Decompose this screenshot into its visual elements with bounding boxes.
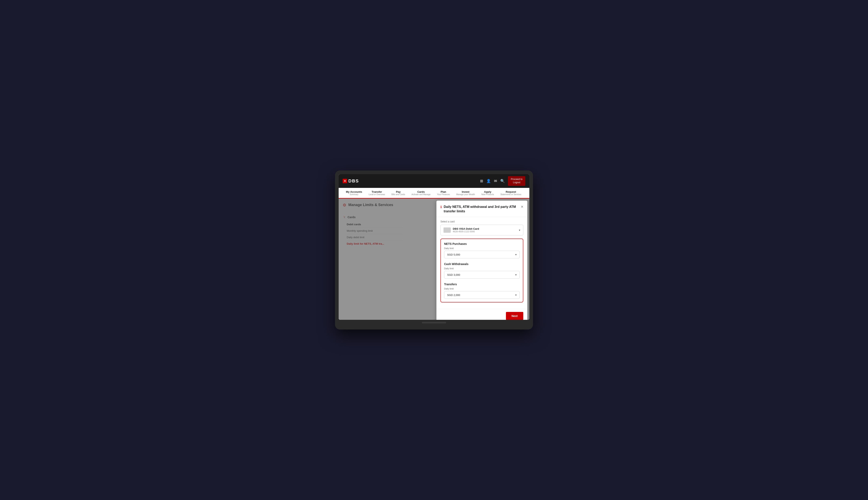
nav-plan-sub: Your Finances xyxy=(437,193,450,195)
next-button[interactable]: Next xyxy=(506,312,523,320)
nets-purchases-title: NETS Purchases xyxy=(444,242,520,246)
nav-cards-title: Cards xyxy=(412,190,431,193)
nav-my-accounts-sub: Summary xyxy=(346,193,362,195)
nets-limit-dropdown[interactable]: SGD 5,000 ▾ xyxy=(444,251,520,258)
transfers-limit-dropdown[interactable]: SGD 2,000 ▾ xyxy=(444,291,520,299)
limits-modal: ℹ Daily NETS, ATM withdrawal and 3rd par… xyxy=(436,201,527,320)
transfers-limit-value: SGD 2,000 xyxy=(447,294,460,297)
app-header: ✕ DBS ⊞ 👤 ✉ 🔍 Proceed to Logout xyxy=(339,174,529,188)
nav-invest-title: Invest xyxy=(456,190,475,193)
main-content: ⚙ Manage Limits & Services 🃏 Cards Debit… xyxy=(339,198,529,320)
cash-dropdown-chevron: ▾ xyxy=(515,273,517,276)
proceed-logout-button[interactable]: Proceed to Logout xyxy=(508,176,525,186)
nav-transfer[interactable]: Transfer Local or Overseas xyxy=(365,188,388,198)
limits-highlighted-section: NETS Purchases Daily limit SGD 5,000 ▾ C… xyxy=(441,239,523,303)
modal-body: Select a card DBS VISA Debit Card 4628-4… xyxy=(436,217,527,309)
nav-transfer-sub: Local or Overseas xyxy=(368,193,385,195)
nets-purchases-section: NETS Purchases Daily limit SGD 5,000 ▾ xyxy=(444,242,520,258)
nav-request[interactable]: Request Statements or Services xyxy=(497,188,525,198)
logo-icon: ✕ xyxy=(343,179,347,183)
transfers-daily-limit-label: Daily limit xyxy=(444,287,520,290)
main-nav: My Accounts Summary Transfer Local or Ov… xyxy=(339,188,529,198)
nets-dropdown-chevron: ▾ xyxy=(515,253,517,256)
nav-request-sub: Statements or Services xyxy=(501,193,521,195)
nav-pay[interactable]: Pay Bills and Cards xyxy=(388,188,408,198)
laptop-notch xyxy=(422,322,446,323)
laptop-screen: ✕ DBS ⊞ 👤 ✉ 🔍 Proceed to Logout My Accou… xyxy=(339,174,529,320)
cash-limit-dropdown[interactable]: SGD 3,000 ▾ xyxy=(444,271,520,279)
modal-info-icon: ℹ xyxy=(441,205,442,209)
nav-invest[interactable]: Invest Manage your Wealth xyxy=(453,188,478,198)
cash-daily-limit-label: Daily limit xyxy=(444,267,520,270)
nets-daily-limit-label: Daily limit xyxy=(444,247,520,250)
transfers-title: Transfers xyxy=(444,283,520,286)
transfers-section: Transfers Daily limit SGD 2,000 ▾ xyxy=(444,283,520,299)
nav-cards[interactable]: Cards Activate and Manage xyxy=(408,188,434,198)
modal-header-left: ℹ Daily NETS, ATM withdrawal and 3rd par… xyxy=(441,205,521,214)
laptop-bottom xyxy=(339,322,529,323)
logo-text: DBS xyxy=(348,178,359,184)
card-name: DBS VISA Debit Card xyxy=(453,227,479,230)
header-icons: ⊞ 👤 ✉ 🔍 Proceed to Logout xyxy=(480,176,525,186)
nav-my-accounts[interactable]: My Accounts Summary xyxy=(343,188,365,198)
nav-plan[interactable]: Plan Your Finances xyxy=(434,188,453,198)
nav-pay-title: Pay xyxy=(391,190,405,193)
modal-footer: Next xyxy=(436,309,527,320)
modal-title: Daily NETS, ATM withdrawal and 3rd party… xyxy=(444,205,521,214)
nav-apply-title: Apply xyxy=(481,190,494,193)
select-card-label: Select a card xyxy=(441,220,523,223)
nav-transfer-title: Transfer xyxy=(368,190,385,193)
transfers-dropdown-chevron: ▾ xyxy=(515,293,517,297)
nav-cards-sub: Activate and Manage xyxy=(412,193,431,195)
card-info: DBS VISA Debit Card 4628-4500-1122-5566 xyxy=(453,227,479,233)
card-selector-left: DBS VISA Debit Card 4628-4500-1122-5566 xyxy=(444,227,479,233)
card-selector-dropdown[interactable]: DBS VISA Debit Card 4628-4500-1122-5566 … xyxy=(441,225,523,235)
search-icon[interactable]: 🔍 xyxy=(500,179,505,183)
modal-header: ℹ Daily NETS, ATM withdrawal and 3rd par… xyxy=(436,201,527,217)
mail-icon[interactable]: ✉ xyxy=(494,179,497,183)
user-icon[interactable]: 👤 xyxy=(486,179,491,183)
nav-plan-title: Plan xyxy=(437,190,450,193)
card-number: 4628-4500-1122-5566 xyxy=(453,230,479,233)
nav-request-title: Request xyxy=(501,190,521,193)
nets-limit-value: SGD 5,000 xyxy=(447,253,460,256)
modal-close-button[interactable]: × xyxy=(521,205,523,209)
nav-my-accounts-title: My Accounts xyxy=(346,190,362,193)
nav-invest-sub: Manage your Wealth xyxy=(456,193,475,195)
laptop-frame: ✕ DBS ⊞ 👤 ✉ 🔍 Proceed to Logout My Accou… xyxy=(335,171,533,329)
logo: ✕ DBS xyxy=(343,178,359,184)
cash-limit-value: SGD 3,000 xyxy=(447,273,460,276)
cash-withdrawals-section: Cash Withdrawals Daily limit SGD 3,000 ▾ xyxy=(444,262,520,279)
nav-apply[interactable]: Apply New Products xyxy=(478,188,497,198)
grid-icon[interactable]: ⊞ xyxy=(480,179,483,183)
card-chip-icon xyxy=(444,227,451,233)
nav-pay-sub: Bills and Cards xyxy=(391,193,405,195)
nav-apply-sub: New Products xyxy=(481,193,494,195)
cash-withdrawals-title: Cash Withdrawals xyxy=(444,262,520,266)
card-dropdown-chevron: ▾ xyxy=(519,228,520,232)
